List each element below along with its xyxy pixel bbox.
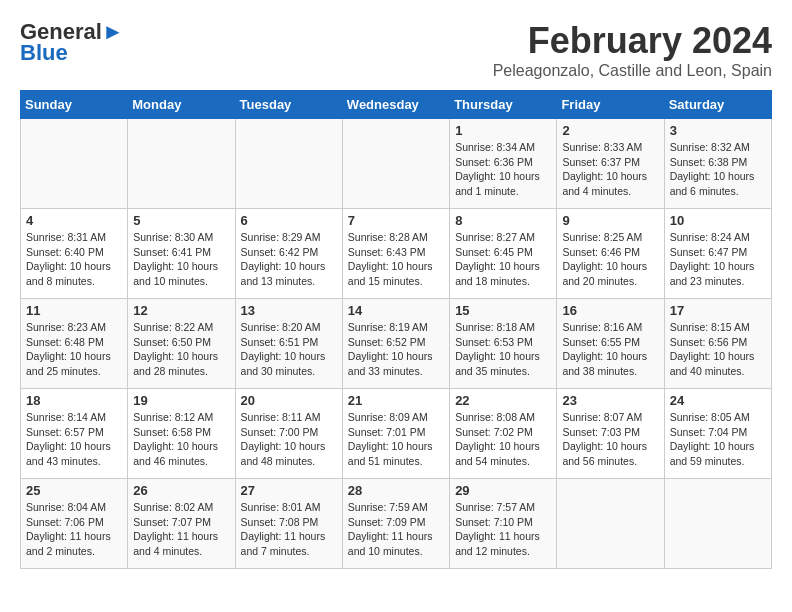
day-info: Sunrise: 8:34 AM Sunset: 6:36 PM Dayligh… — [455, 140, 551, 199]
day-number: 27 — [241, 483, 337, 498]
calendar-cell: 6Sunrise: 8:29 AM Sunset: 6:42 PM Daylig… — [235, 209, 342, 299]
calendar-week-row: 25Sunrise: 8:04 AM Sunset: 7:06 PM Dayli… — [21, 479, 772, 569]
day-info: Sunrise: 8:20 AM Sunset: 6:51 PM Dayligh… — [241, 320, 337, 379]
day-number: 15 — [455, 303, 551, 318]
day-number: 14 — [348, 303, 444, 318]
calendar-cell: 16Sunrise: 8:16 AM Sunset: 6:55 PM Dayli… — [557, 299, 664, 389]
day-number: 16 — [562, 303, 658, 318]
calendar-cell: 19Sunrise: 8:12 AM Sunset: 6:58 PM Dayli… — [128, 389, 235, 479]
weekday-header-tuesday: Tuesday — [235, 91, 342, 119]
calendar-cell: 11Sunrise: 8:23 AM Sunset: 6:48 PM Dayli… — [21, 299, 128, 389]
calendar-week-row: 18Sunrise: 8:14 AM Sunset: 6:57 PM Dayli… — [21, 389, 772, 479]
calendar-week-row: 11Sunrise: 8:23 AM Sunset: 6:48 PM Dayli… — [21, 299, 772, 389]
day-number: 20 — [241, 393, 337, 408]
day-number: 8 — [455, 213, 551, 228]
day-number: 26 — [133, 483, 229, 498]
day-info: Sunrise: 7:57 AM Sunset: 7:10 PM Dayligh… — [455, 500, 551, 559]
calendar-table: SundayMondayTuesdayWednesdayThursdayFrid… — [20, 90, 772, 569]
day-number: 13 — [241, 303, 337, 318]
day-info: Sunrise: 8:08 AM Sunset: 7:02 PM Dayligh… — [455, 410, 551, 469]
calendar-cell: 12Sunrise: 8:22 AM Sunset: 6:50 PM Dayli… — [128, 299, 235, 389]
calendar-subtitle: Peleagonzalo, Castille and Leon, Spain — [493, 62, 772, 80]
calendar-title: February 2024 — [493, 20, 772, 62]
calendar-cell: 22Sunrise: 8:08 AM Sunset: 7:02 PM Dayli… — [450, 389, 557, 479]
day-info: Sunrise: 8:05 AM Sunset: 7:04 PM Dayligh… — [670, 410, 766, 469]
weekday-header-thursday: Thursday — [450, 91, 557, 119]
calendar-cell: 1Sunrise: 8:34 AM Sunset: 6:36 PM Daylig… — [450, 119, 557, 209]
day-number: 6 — [241, 213, 337, 228]
day-info: Sunrise: 8:07 AM Sunset: 7:03 PM Dayligh… — [562, 410, 658, 469]
day-number: 2 — [562, 123, 658, 138]
day-info: Sunrise: 8:02 AM Sunset: 7:07 PM Dayligh… — [133, 500, 229, 559]
calendar-cell — [342, 119, 449, 209]
day-info: Sunrise: 8:14 AM Sunset: 6:57 PM Dayligh… — [26, 410, 122, 469]
weekday-header-saturday: Saturday — [664, 91, 771, 119]
day-number: 17 — [670, 303, 766, 318]
calendar-cell: 15Sunrise: 8:18 AM Sunset: 6:53 PM Dayli… — [450, 299, 557, 389]
calendar-cell — [664, 479, 771, 569]
day-number: 4 — [26, 213, 122, 228]
day-info: Sunrise: 8:31 AM Sunset: 6:40 PM Dayligh… — [26, 230, 122, 289]
day-info: Sunrise: 8:28 AM Sunset: 6:43 PM Dayligh… — [348, 230, 444, 289]
calendar-cell: 21Sunrise: 8:09 AM Sunset: 7:01 PM Dayli… — [342, 389, 449, 479]
calendar-cell — [235, 119, 342, 209]
calendar-cell: 24Sunrise: 8:05 AM Sunset: 7:04 PM Dayli… — [664, 389, 771, 479]
day-number: 25 — [26, 483, 122, 498]
weekday-header-monday: Monday — [128, 91, 235, 119]
calendar-cell: 10Sunrise: 8:24 AM Sunset: 6:47 PM Dayli… — [664, 209, 771, 299]
day-info: Sunrise: 8:18 AM Sunset: 6:53 PM Dayligh… — [455, 320, 551, 379]
day-info: Sunrise: 8:29 AM Sunset: 6:42 PM Dayligh… — [241, 230, 337, 289]
calendar-cell — [21, 119, 128, 209]
day-info: Sunrise: 8:33 AM Sunset: 6:37 PM Dayligh… — [562, 140, 658, 199]
day-number: 22 — [455, 393, 551, 408]
calendar-cell: 4Sunrise: 8:31 AM Sunset: 6:40 PM Daylig… — [21, 209, 128, 299]
day-number: 10 — [670, 213, 766, 228]
day-info: Sunrise: 8:25 AM Sunset: 6:46 PM Dayligh… — [562, 230, 658, 289]
day-number: 23 — [562, 393, 658, 408]
calendar-cell: 26Sunrise: 8:02 AM Sunset: 7:07 PM Dayli… — [128, 479, 235, 569]
day-info: Sunrise: 8:09 AM Sunset: 7:01 PM Dayligh… — [348, 410, 444, 469]
day-info: Sunrise: 8:22 AM Sunset: 6:50 PM Dayligh… — [133, 320, 229, 379]
day-info: Sunrise: 8:11 AM Sunset: 7:00 PM Dayligh… — [241, 410, 337, 469]
day-info: Sunrise: 7:59 AM Sunset: 7:09 PM Dayligh… — [348, 500, 444, 559]
day-info: Sunrise: 8:15 AM Sunset: 6:56 PM Dayligh… — [670, 320, 766, 379]
logo: General► Blue — [20, 20, 124, 66]
calendar-cell: 27Sunrise: 8:01 AM Sunset: 7:08 PM Dayli… — [235, 479, 342, 569]
calendar-cell: 9Sunrise: 8:25 AM Sunset: 6:46 PM Daylig… — [557, 209, 664, 299]
logo-blue: Blue — [20, 40, 68, 66]
day-info: Sunrise: 8:04 AM Sunset: 7:06 PM Dayligh… — [26, 500, 122, 559]
calendar-cell: 20Sunrise: 8:11 AM Sunset: 7:00 PM Dayli… — [235, 389, 342, 479]
day-number: 1 — [455, 123, 551, 138]
weekday-header-wednesday: Wednesday — [342, 91, 449, 119]
day-number: 21 — [348, 393, 444, 408]
day-number: 9 — [562, 213, 658, 228]
day-number: 29 — [455, 483, 551, 498]
day-number: 3 — [670, 123, 766, 138]
header: General► Blue February 2024 Peleagonzalo… — [20, 20, 772, 80]
calendar-cell: 7Sunrise: 8:28 AM Sunset: 6:43 PM Daylig… — [342, 209, 449, 299]
title-section: February 2024 Peleagonzalo, Castille and… — [493, 20, 772, 80]
calendar-week-row: 1Sunrise: 8:34 AM Sunset: 6:36 PM Daylig… — [21, 119, 772, 209]
day-info: Sunrise: 8:12 AM Sunset: 6:58 PM Dayligh… — [133, 410, 229, 469]
calendar-cell: 2Sunrise: 8:33 AM Sunset: 6:37 PM Daylig… — [557, 119, 664, 209]
day-number: 7 — [348, 213, 444, 228]
day-info: Sunrise: 8:01 AM Sunset: 7:08 PM Dayligh… — [241, 500, 337, 559]
calendar-cell: 13Sunrise: 8:20 AM Sunset: 6:51 PM Dayli… — [235, 299, 342, 389]
calendar-cell: 3Sunrise: 8:32 AM Sunset: 6:38 PM Daylig… — [664, 119, 771, 209]
calendar-cell: 25Sunrise: 8:04 AM Sunset: 7:06 PM Dayli… — [21, 479, 128, 569]
calendar-cell: 23Sunrise: 8:07 AM Sunset: 7:03 PM Dayli… — [557, 389, 664, 479]
weekday-header-friday: Friday — [557, 91, 664, 119]
calendar-cell: 14Sunrise: 8:19 AM Sunset: 6:52 PM Dayli… — [342, 299, 449, 389]
calendar-week-row: 4Sunrise: 8:31 AM Sunset: 6:40 PM Daylig… — [21, 209, 772, 299]
weekday-header-row: SundayMondayTuesdayWednesdayThursdayFrid… — [21, 91, 772, 119]
calendar-cell: 29Sunrise: 7:57 AM Sunset: 7:10 PM Dayli… — [450, 479, 557, 569]
day-info: Sunrise: 8:24 AM Sunset: 6:47 PM Dayligh… — [670, 230, 766, 289]
calendar-cell: 18Sunrise: 8:14 AM Sunset: 6:57 PM Dayli… — [21, 389, 128, 479]
day-info: Sunrise: 8:32 AM Sunset: 6:38 PM Dayligh… — [670, 140, 766, 199]
day-number: 11 — [26, 303, 122, 318]
day-number: 18 — [26, 393, 122, 408]
day-info: Sunrise: 8:30 AM Sunset: 6:41 PM Dayligh… — [133, 230, 229, 289]
calendar-cell: 28Sunrise: 7:59 AM Sunset: 7:09 PM Dayli… — [342, 479, 449, 569]
day-number: 24 — [670, 393, 766, 408]
day-number: 5 — [133, 213, 229, 228]
